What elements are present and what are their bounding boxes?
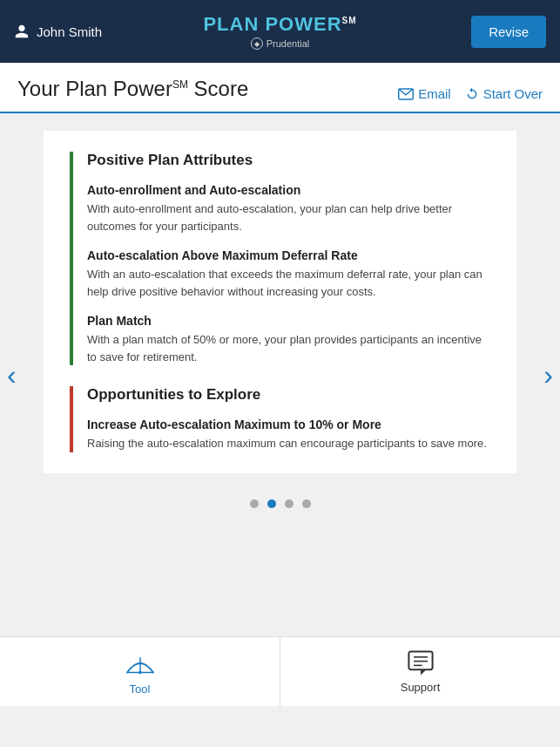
- attribute-desc-1: With auto-enrollment and auto-escalation…: [87, 200, 490, 234]
- main-content: ‹ › Positive Plan Attributes Auto-enroll…: [0, 113, 560, 636]
- user-name: John Smith: [37, 24, 102, 39]
- support-nav-label: Support: [401, 681, 441, 694]
- attribute-title-2: Auto-escalation Above Maximum Deferral R…: [87, 248, 490, 262]
- support-icon: [407, 649, 435, 677]
- email-icon: [398, 88, 414, 100]
- attribute-title-3: Plan Match: [87, 314, 490, 328]
- list-item: Auto-enrollment and Auto-escalation With…: [87, 183, 490, 234]
- app-logo: Plan PowerSM ◆ Prudential: [203, 13, 356, 50]
- start-over-link[interactable]: Start Over: [465, 86, 543, 101]
- opportunities-section: Opportunities to Explore Increase Auto-e…: [70, 386, 490, 452]
- email-link[interactable]: Email: [398, 86, 451, 101]
- next-arrow-button[interactable]: ›: [543, 361, 553, 389]
- page-title: Your Plan PowerSM Score: [17, 77, 248, 112]
- list-item: Increase Auto-escalation Maximum to 10% …: [87, 418, 490, 452]
- support-nav-item[interactable]: Support: [280, 637, 560, 706]
- attribute-desc-3: With a plan match of 50% or more, your p…: [87, 331, 490, 365]
- revise-button[interactable]: Revise: [471, 16, 546, 48]
- prev-arrow-button[interactable]: ‹: [7, 361, 17, 389]
- opp-desc-1: Raising the auto-escalation maximum can …: [87, 435, 490, 452]
- attribute-title-1: Auto-enrollment and Auto-escalation: [87, 183, 490, 197]
- prudential-label: Prudential: [267, 38, 310, 49]
- list-item: Auto-escalation Above Maximum Deferral R…: [87, 248, 490, 300]
- pagination-dot-1[interactable]: [250, 499, 259, 508]
- start-over-label: Start Over: [483, 86, 543, 101]
- logo-title: Plan PowerSM: [203, 13, 356, 36]
- tool-nav-item[interactable]: Tool: [0, 637, 280, 706]
- logo-power: Power: [265, 13, 341, 35]
- opp-title-1: Increase Auto-escalation Maximum to 10% …: [87, 418, 490, 431]
- positive-section-title: Positive Plan Attributes: [87, 152, 490, 169]
- logo-sm: SM: [342, 16, 357, 25]
- email-label: Email: [418, 86, 451, 101]
- svg-point-3: [138, 671, 142, 675]
- pagination-dots: [44, 482, 516, 522]
- refresh-icon: [465, 87, 479, 101]
- prudential-icon: ◆: [251, 37, 263, 50]
- bottom-nav: Tool Support: [0, 636, 560, 706]
- user-info: John Smith: [14, 24, 102, 39]
- opportunities-section-title: Opportunities to Explore: [87, 386, 490, 404]
- tool-icon: [125, 648, 156, 679]
- logo-plan: Plan: [203, 13, 259, 35]
- app-header: John Smith Plan PowerSM ◆ Prudential Rev…: [0, 0, 560, 63]
- prudential-branding: ◆ Prudential: [203, 37, 356, 50]
- attribute-desc-2: With an auto-escalation that exceeds the…: [87, 266, 490, 300]
- list-item: Plan Match With a plan match of 50% or m…: [87, 314, 490, 365]
- user-icon: [14, 24, 30, 39]
- positive-attributes-section: Positive Plan Attributes Auto-enrollment…: [70, 152, 490, 365]
- tool-nav-label: Tool: [130, 682, 151, 696]
- pagination-dot-3[interactable]: [285, 499, 293, 508]
- content-card: Positive Plan Attributes Auto-enrollment…: [44, 131, 516, 473]
- pagination-dot-4[interactable]: [302, 499, 311, 508]
- page-title-bar: Your Plan PowerSM Score Email Start Over: [0, 63, 560, 113]
- pagination-dot-2[interactable]: [267, 499, 276, 508]
- page-actions: Email Start Over: [398, 86, 543, 112]
- pagination-area: [44, 473, 516, 522]
